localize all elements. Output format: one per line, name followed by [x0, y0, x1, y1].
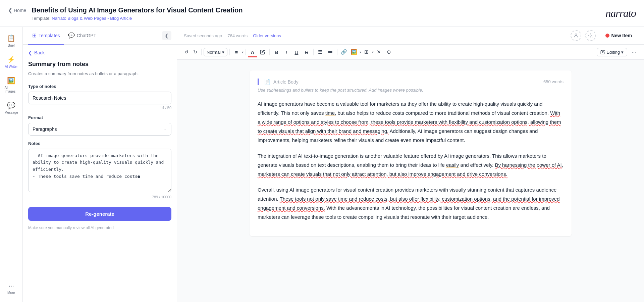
main-layout: 📋 Brief ⚡ AI Writer 🖼️ AI Images 💬 Messa…	[0, 27, 644, 302]
image-button[interactable]: 🖼️	[350, 47, 359, 57]
avatar-share[interactable]	[571, 30, 581, 41]
sidebar-item-more-label: More	[7, 291, 15, 295]
editor-topbar: Saved seconds ago 764 words Older versio…	[177, 27, 644, 45]
sidebar-item-ai-writer[interactable]: ⚡ AI Writer	[2, 52, 21, 72]
panel-tabs: ⊞ Templates 💬 ChatGPT ❮	[23, 27, 177, 45]
editor-actions: New Item	[571, 30, 637, 41]
type-of-notes-group: Type of notes 14 / 50	[28, 84, 171, 110]
notes-char-count: 789 / 10000	[28, 195, 171, 199]
editing-chevron-icon: ▾	[621, 50, 624, 55]
article-section-header: 📄 Article Body 650 words	[258, 79, 564, 85]
sidebar-item-ai-images-label: AI Images	[5, 86, 18, 93]
panel-section-title: Summary from notes	[28, 61, 171, 68]
back-link-label: Back	[34, 50, 45, 55]
editing-mode-button[interactable]: Editing ▾	[597, 48, 627, 56]
article-paragraph-1: AI image generators have become a valuab…	[258, 99, 564, 145]
article-paragraph-2: The integration of AI text-to-image gene…	[258, 151, 564, 179]
table-chevron-icon: ▾	[372, 50, 374, 54]
back-link[interactable]: ❮ Back	[28, 50, 171, 55]
underline-span-3: These tools not only save time and reduc…	[258, 196, 560, 211]
format-label: Format	[28, 115, 171, 120]
numbered-list-button[interactable]: ≔	[326, 47, 335, 57]
sidebar-item-brief-label: Brief	[8, 44, 15, 47]
new-item-label: New Item	[611, 33, 632, 38]
redo-button[interactable]: ↻	[191, 48, 199, 56]
templates-tab-label: Templates	[39, 33, 60, 38]
align-button[interactable]: ≡	[232, 47, 241, 57]
toolbar-more-button[interactable]: ···	[629, 47, 639, 57]
sidebar-item-message[interactable]: 💬 Message	[2, 98, 21, 118]
panel-collapse-button[interactable]: ❮	[162, 31, 171, 40]
chevron-left-icon: ❮	[8, 7, 12, 13]
highlight-button[interactable]	[258, 47, 267, 57]
sidebar-item-brief[interactable]: 📋 Brief	[2, 31, 21, 51]
italic-button[interactable]: I	[282, 47, 291, 57]
template-link[interactable]: Narrato Blogs & Web Pages - Blog Article	[52, 16, 132, 21]
editor-meta: Saved seconds ago 764 words Older versio…	[184, 33, 281, 38]
more-options-button[interactable]: ⊙	[384, 47, 394, 57]
regenerate-button[interactable]: Re-generate	[28, 207, 171, 221]
style-select-label: Normal	[207, 50, 221, 55]
older-versions-link[interactable]: Older versions	[253, 33, 281, 38]
tab-chatgpt[interactable]: 💬 ChatGPT	[64, 27, 100, 45]
type-of-notes-label: Type of notes	[28, 84, 171, 89]
article-paragraph-3: Overall, using AI image generators for v…	[258, 185, 564, 221]
ai-images-icon: 🖼️	[7, 77, 15, 85]
chatgpt-tab-label: ChatGPT	[77, 33, 96, 38]
clear-format-button[interactable]: ✕	[374, 47, 384, 57]
toolbar-right: Editing ▾	[595, 48, 627, 56]
new-item-button[interactable]: New Item	[600, 30, 637, 41]
toolbar-divider-4	[269, 49, 270, 55]
toolbar-divider-3	[246, 49, 246, 55]
link-button[interactable]: 🔗	[339, 47, 349, 57]
toolbar-divider-6	[337, 49, 337, 55]
underline-time: time	[325, 110, 335, 116]
notes-textarea[interactable]: - AI image generators provide marketers …	[28, 149, 171, 192]
svg-point-1	[590, 35, 591, 36]
style-select[interactable]: Normal ▾	[204, 48, 227, 56]
tab-templates[interactable]: ⊞ Templates	[28, 27, 64, 45]
icon-sidebar: 📋 Brief ⚡ AI Writer 🖼️ AI Images 💬 Messa…	[0, 27, 23, 302]
underline-button[interactable]: U	[292, 47, 301, 57]
chatgpt-tab-icon: 💬	[68, 32, 75, 39]
sidebar-item-more[interactable]: ··· More	[2, 279, 21, 298]
section-hint: Use subheadings and bullets to keep the …	[258, 88, 564, 93]
editor-area: Saved seconds ago 764 words Older versio…	[177, 27, 644, 302]
doc-template: Template: Narrato Blogs & Web Pages - Bl…	[32, 16, 243, 21]
bullet-list-button[interactable]: ☰	[316, 47, 325, 57]
editing-label: Editing	[606, 50, 620, 55]
underline-span-2: By harnessing the power of AI, marketers…	[258, 162, 563, 177]
bold-button[interactable]: B	[272, 47, 281, 57]
back-home-label: Home	[14, 8, 26, 13]
new-item-dot	[605, 34, 609, 38]
text-color-button[interactable]: A	[248, 47, 257, 57]
panel-section-desc: Creates a summary from notes as bullets …	[28, 70, 171, 77]
article-body[interactable]: AI image generators have become a valuab…	[258, 99, 564, 221]
disclaimer-text: Make sure you manually review all AI gen…	[28, 225, 171, 231]
header-left: ❮ Home Benefits of Using AI Image Genera…	[8, 6, 243, 21]
notes-label: Notes	[28, 141, 171, 146]
image-chevron-icon: ▾	[360, 50, 361, 54]
undo-button[interactable]: ↺	[182, 48, 191, 56]
avatar-settings[interactable]	[585, 30, 596, 41]
article-section-icon: 📄	[264, 79, 271, 85]
brief-icon: 📋	[7, 34, 15, 42]
type-of-notes-input[interactable]	[28, 92, 171, 104]
sidebar-item-ai-images[interactable]: 🖼️ AI Images	[2, 73, 21, 97]
back-home-button[interactable]: ❮ Home	[8, 6, 26, 13]
message-icon: 💬	[7, 101, 15, 109]
format-group: Format Paragraphs Bullets	[28, 115, 171, 136]
format-select[interactable]: Paragraphs Bullets	[28, 123, 171, 136]
word-count-topbar: 764 words	[227, 33, 248, 38]
saved-text: Saved seconds ago	[184, 33, 222, 38]
article-section-label: 📄 Article Body	[264, 79, 299, 85]
more-icon: ···	[8, 282, 14, 290]
editor-card: 📄 Article Body 650 words Use subheadings…	[250, 70, 572, 236]
doc-title: Benefits of Using AI Image Generators fo…	[32, 6, 243, 14]
editor-word-count: 650 words	[543, 79, 564, 84]
toolbar-divider-5	[313, 49, 314, 55]
toolbar-divider-2	[229, 49, 230, 55]
narrato-logo: narrato	[605, 7, 636, 19]
table-button[interactable]: ⊞	[362, 47, 371, 57]
strikethrough-button[interactable]: S	[302, 47, 311, 57]
